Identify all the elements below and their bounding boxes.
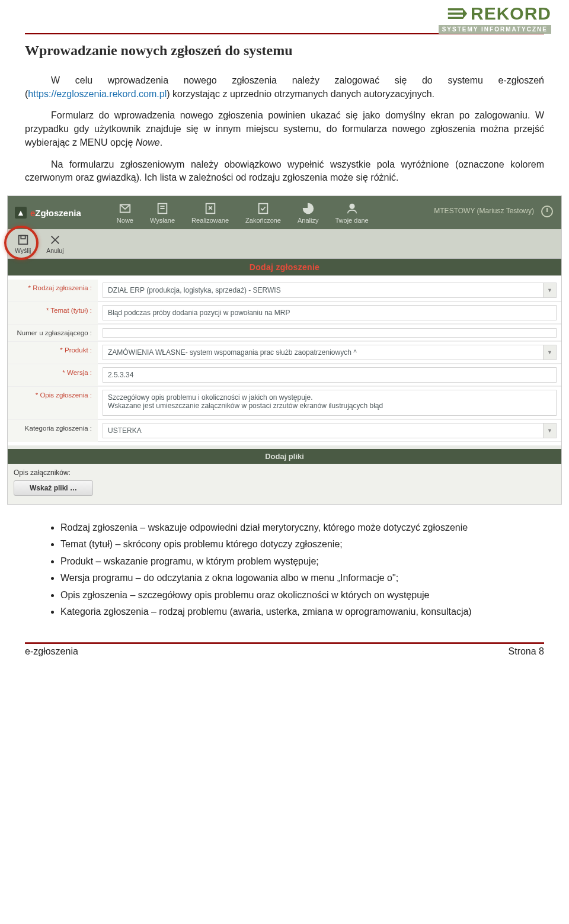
footer-right: Strona 8 [509, 646, 544, 657]
files-title: Dodaj pliki [8, 449, 561, 464]
header-logo: REKORD SYSTEMY INFORMATYCZNE [439, 4, 551, 34]
label-category: Kategoria zgłoszenia : [8, 420, 98, 442]
highlight-circle [4, 226, 39, 260]
paragraph-3: Na formularzu zgłoszeniowym należy obowi… [25, 158, 544, 185]
paragraph-1: W celu wprowadzenia nowego zgłoszenia na… [25, 74, 544, 101]
form-title: Dodaj zgłoszenie [8, 259, 561, 275]
caret-icon[interactable]: ▼ [544, 345, 557, 360]
close-icon [49, 233, 62, 246]
app-action-bar: Wyślij Anuluj [8, 229, 561, 259]
list-item: Rodzaj zgłoszenia – wskazuje odpowiedni … [60, 521, 544, 534]
power-icon[interactable] [540, 204, 554, 219]
label-product: * Produkt : [8, 342, 98, 364]
list-item: Kategoria zgłoszenia – rodzaj problemu (… [60, 605, 544, 618]
files-section: Opis załączników: Wskaż pliki … [8, 464, 561, 504]
logo-text: REKORD [471, 4, 551, 24]
nav-new[interactable]: Nowe [117, 202, 133, 224]
app-topbar: ▲ eZgłoszenia Nowe Wysłane Realizowane Z… [8, 196, 561, 229]
field-category[interactable]: USTERKA [103, 423, 544, 438]
field-title[interactable]: Błąd podczas próby dodania pozycji w pow… [103, 305, 557, 320]
ticket-form: * Rodzaj zgłoszenia : DZIAŁ ERP (produkc… [8, 275, 561, 445]
label-title: * Temat (tytuł) : [8, 302, 98, 324]
caret-icon[interactable]: ▼ [544, 423, 557, 438]
nav-profile[interactable]: Twoje dane [335, 202, 368, 224]
logo-subtitle: SYSTEMY INFORMATYCZNE [439, 25, 551, 34]
app-brand: ▲ eZgłoszenia [15, 207, 81, 219]
nav-done[interactable]: Zakończone [245, 202, 281, 224]
app-screenshot: ▲ eZgłoszenia Nowe Wysłane Realizowane Z… [7, 195, 562, 505]
label-version: * Wersja : [8, 364, 98, 386]
files-label: Opis załączników: [14, 469, 555, 477]
list-item: Wersja programu – do odczytania z okna l… [60, 572, 544, 585]
field-type[interactable]: DZIAŁ ERP (produkcja, logistyka, sprzeda… [103, 283, 544, 298]
files-browse-button[interactable]: Wskaż pliki … [14, 480, 93, 496]
page-heading: Wprowadzanie nowych zgłoszeń do systemu [25, 43, 544, 59]
nav-sent[interactable]: Wysłane [150, 202, 175, 224]
footer-left: e-zgłoszenia [25, 646, 78, 657]
paragraph-2: Formularz do wprowadzenia nowego zgłosze… [25, 109, 544, 149]
svg-point-4 [350, 204, 354, 208]
caret-icon[interactable]: ▼ [544, 283, 557, 298]
bullet-list: Rodzaj zgłoszenia – wskazuje odpowiedni … [60, 521, 544, 618]
list-item: Produkt – wskazanie programu, w którym p… [60, 555, 544, 568]
label-number: Numer u zgłaszającego : [8, 325, 98, 341]
list-item: Temat (tytuł) – skrócony opis problemu k… [60, 538, 544, 551]
app-username[interactable]: MTESTOWY (Mariusz Testowy) [434, 207, 534, 215]
nav-inprogress[interactable]: Realizowane [191, 202, 229, 224]
url-link[interactable]: https://ezgloszenia.rekord.com.pl [28, 89, 167, 99]
field-desc[interactable]: Szczegółowy opis problemu i okoliczności… [103, 390, 557, 416]
field-number[interactable] [103, 328, 557, 338]
field-version[interactable]: 2.5.3.34 [103, 367, 557, 383]
app-nav: Nowe Wysłane Realizowane Zakończone Anal… [117, 202, 369, 224]
label-type: * Rodzaj zgłoszenia : [8, 280, 98, 301]
list-item: Opis zgłoszenia – szczegółowy opis probl… [60, 589, 544, 602]
logo-stripes-icon [447, 7, 468, 21]
nav-analytics[interactable]: Analizy [298, 202, 318, 224]
field-product[interactable]: ZAMÓWIENIA WŁASNE- system wspomagania pr… [103, 345, 544, 360]
alert-icon: ▲ [15, 207, 27, 219]
action-cancel[interactable]: Anuluj [46, 233, 63, 254]
svg-rect-3 [259, 203, 268, 213]
page-footer: e-zgłoszenia Strona 8 [25, 642, 544, 657]
label-desc: * Opis zgłoszenia : [8, 387, 98, 419]
